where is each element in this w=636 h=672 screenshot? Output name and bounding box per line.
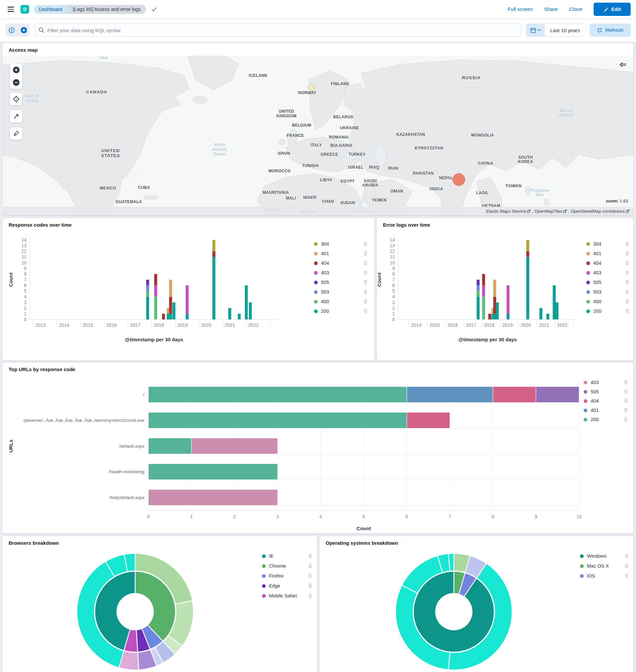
legend-item[interactable]: 304 [314,241,367,246]
legend-item[interactable]: 304 [586,241,629,246]
map-label: ROMANIA [329,136,349,140]
drag-handle-icon[interactable] [309,584,312,588]
legend-item[interactable]: 404 [586,260,629,266]
refresh-button[interactable]: Refresh [590,23,631,37]
legend-label: 304 [593,241,601,246]
legend-color-dot [580,554,584,558]
drag-handle-icon[interactable] [625,380,628,384]
drag-handle-icon[interactable] [309,554,312,558]
edit-button[interactable]: Edit [594,3,631,16]
legend-item[interactable]: Windows [580,553,628,559]
drag-handle-icon[interactable] [625,574,628,578]
drag-handle-icon[interactable] [364,252,367,256]
drag-handle-icon[interactable] [626,261,629,265]
legend-item[interactable]: 400 [586,299,629,304]
legend-item[interactable]: 401 [314,251,367,256]
legend-item[interactable]: 505 [584,389,628,394]
legend-item[interactable]: Mobile Safari [262,593,312,598]
draw-tool-icon[interactable] [10,127,22,140]
fit-to-data-icon[interactable] [10,93,22,105]
drag-handle-icon[interactable] [626,299,629,303]
attribution-link[interactable]: , OpenStreetMap contributors [568,209,629,214]
drag-handle-icon[interactable] [364,299,367,303]
legend-item[interactable]: 503 [586,289,629,295]
panel-title: Access map [8,47,38,53]
drag-handle-icon[interactable] [309,564,312,568]
map-point-marker[interactable] [453,173,465,186]
space-avatar[interactable]: D [21,5,29,14]
map-point-marker[interactable] [308,84,315,91]
calendar-button[interactable] [526,24,545,37]
legend-item[interactable]: 200 [314,309,367,314]
drag-handle-icon[interactable] [309,594,312,598]
zoom-label: zoom: [606,198,618,203]
query-bar: Last 10 years Refresh [0,19,636,41]
saved-query-icon[interactable] [5,23,18,37]
legend-item[interactable]: Mac OS X [580,563,628,569]
map-label: KAZAKHSTAN [397,133,425,137]
zoom-out-button[interactable] [10,76,22,89]
drag-handle-icon[interactable] [626,252,629,256]
drag-handle-icon[interactable] [364,271,367,275]
legend-item[interactable]: 400 [314,299,367,304]
add-filter-icon[interactable] [18,23,30,37]
legend-item[interactable]: 403 [584,380,628,385]
drag-handle-icon[interactable] [626,290,629,294]
legend-item[interactable]: 505 [586,280,629,285]
top-urls-chart[interactable]: //pbserver/..Áœ..Áœ..Áœ..Áœ..Áœ../winnt/… [3,362,633,533]
drag-handle-icon[interactable] [625,554,628,558]
time-range-value[interactable]: Last 10 years [545,24,585,37]
full-screen-link[interactable]: Full screen [508,6,533,12]
menu-icon[interactable] [3,3,19,16]
legend-item[interactable]: 403 [586,270,629,275]
drag-handle-icon[interactable] [626,280,629,284]
map-label: MAURITANIA [263,191,289,195]
os-legend: WindowsMac OS XiOS [580,553,628,578]
legend-item[interactable]: Edge [262,583,312,589]
world-map[interactable]: SeaGulf of AlaskaNorth Atlantic OceanSea… [3,56,633,215]
legend-item[interactable]: 505 [314,280,367,285]
breadcrumb-dashboard[interactable]: Dashboard [34,5,69,14]
legend-item[interactable]: 200 [584,417,628,422]
legend-item[interactable]: 200 [586,309,629,314]
drag-handle-icon[interactable] [625,390,628,394]
drag-handle-icon[interactable] [625,408,628,412]
legend-item[interactable]: Chrome [262,563,312,569]
share-link[interactable]: Share [544,6,557,12]
drag-handle-icon[interactable] [364,242,367,246]
drag-handle-icon[interactable] [309,574,312,578]
legend-item[interactable]: 404 [584,398,628,403]
legend-item[interactable]: 401 [586,251,629,256]
legend-item[interactable]: 403 [314,270,367,275]
drag-handle-icon[interactable] [625,564,628,568]
drag-handle-icon[interactable] [364,261,367,265]
zoom-in-button[interactable] [10,64,22,76]
drag-handle-icon[interactable] [626,271,629,275]
svg-text:URLs: URLs [8,439,14,452]
legend-item[interactable]: 401 [584,408,628,413]
legend-item[interactable]: Firefox [262,573,312,578]
drag-handle-icon[interactable] [364,280,367,284]
drag-handle-icon[interactable] [625,417,628,421]
drag-handle-icon[interactable] [626,242,629,246]
expand-arrow-icon[interactable] [10,110,22,123]
svg-text:5: 5 [362,514,365,519]
svg-text:4: 4 [319,514,322,519]
svg-text:/health-monitoring: /health-monitoring [108,469,144,474]
map-legend-toggle-icon[interactable] [619,62,627,69]
response-codes-panel: Response codes over time 012345678910111… [3,218,374,360]
kql-search-input[interactable] [47,27,517,33]
clone-link[interactable]: Clone [569,6,583,12]
legend-item[interactable]: 503 [314,289,367,295]
drag-handle-icon[interactable] [625,399,628,403]
map-label: CHINA [478,161,494,166]
attribution-link[interactable]: , OpenMapTiles [532,209,567,214]
kibana-dashboard: D Dashboard [Logs IIS] Access and error … [0,0,636,672]
drag-handle-icon[interactable] [626,309,629,313]
legend-item[interactable]: 404 [314,260,367,266]
drag-handle-icon[interactable] [364,290,367,294]
drag-handle-icon[interactable] [364,309,367,313]
legend-item[interactable]: IE [262,553,312,559]
legend-item[interactable]: iOS [580,573,628,578]
attribution-link[interactable]: Elastic Maps Service [486,209,531,214]
